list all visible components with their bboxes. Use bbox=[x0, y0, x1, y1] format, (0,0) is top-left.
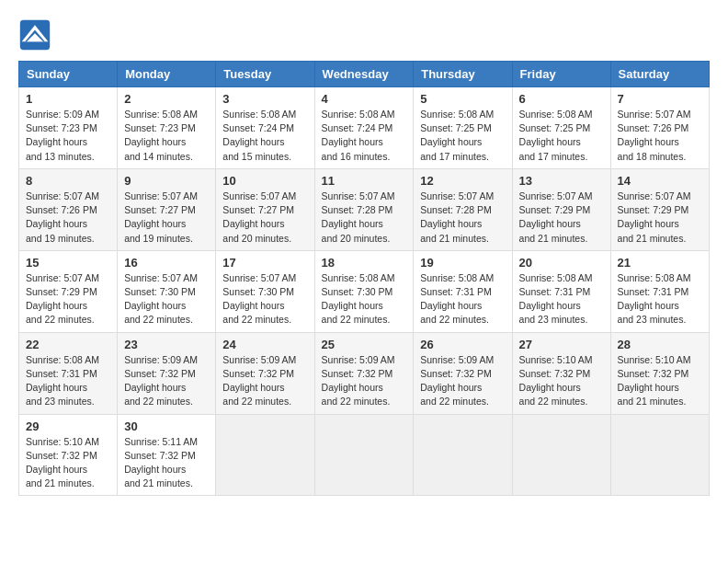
day-number: 10 bbox=[222, 174, 307, 188]
calendar-week-row: 15 Sunrise: 5:07 AM Sunset: 7:29 PM Dayl… bbox=[19, 250, 710, 332]
day-info: Sunrise: 5:09 AM Sunset: 7:32 PM Dayligh… bbox=[322, 353, 407, 409]
day-info: Sunrise: 5:08 AM Sunset: 7:23 PM Dayligh… bbox=[124, 108, 209, 164]
calendar-day-header: Monday bbox=[118, 62, 216, 87]
day-info: Sunrise: 5:11 AM Sunset: 7:32 PM Dayligh… bbox=[124, 435, 209, 491]
calendar-table: SundayMondayTuesdayWednesdayThursdayFrid… bbox=[18, 61, 710, 496]
calendar-cell: 13 Sunrise: 5:07 AM Sunset: 7:29 PM Dayl… bbox=[512, 168, 610, 250]
calendar-cell: 16 Sunrise: 5:07 AM Sunset: 7:30 PM Dayl… bbox=[118, 250, 216, 332]
day-info: Sunrise: 5:09 AM Sunset: 7:23 PM Dayligh… bbox=[26, 108, 110, 164]
calendar-cell: 12 Sunrise: 5:07 AM Sunset: 7:28 PM Dayl… bbox=[414, 168, 512, 250]
day-number: 28 bbox=[618, 338, 702, 351]
day-info: Sunrise: 5:07 AM Sunset: 7:30 PM Dayligh… bbox=[124, 271, 209, 327]
day-number: 24 bbox=[222, 338, 307, 351]
logo-icon bbox=[18, 18, 51, 52]
day-number: 21 bbox=[618, 256, 702, 270]
calendar-cell bbox=[610, 414, 709, 496]
day-info: Sunrise: 5:07 AM Sunset: 7:28 PM Dayligh… bbox=[420, 190, 505, 246]
calendar-cell bbox=[314, 414, 414, 496]
day-number: 18 bbox=[322, 256, 407, 270]
day-info: Sunrise: 5:07 AM Sunset: 7:29 PM Dayligh… bbox=[519, 190, 604, 246]
day-info: Sunrise: 5:09 AM Sunset: 7:32 PM Dayligh… bbox=[124, 353, 209, 409]
calendar-cell bbox=[414, 414, 512, 496]
calendar-cell: 27 Sunrise: 5:10 AM Sunset: 7:32 PM Dayl… bbox=[512, 332, 610, 414]
day-info: Sunrise: 5:07 AM Sunset: 7:27 PM Dayligh… bbox=[222, 190, 307, 246]
calendar-cell: 10 Sunrise: 5:07 AM Sunset: 7:27 PM Dayl… bbox=[216, 168, 314, 250]
day-info: Sunrise: 5:07 AM Sunset: 7:26 PM Dayligh… bbox=[618, 108, 702, 164]
day-info: Sunrise: 5:08 AM Sunset: 7:24 PM Dayligh… bbox=[322, 108, 407, 164]
calendar-header-row: SundayMondayTuesdayWednesdayThursdayFrid… bbox=[19, 62, 710, 87]
day-info: Sunrise: 5:08 AM Sunset: 7:25 PM Dayligh… bbox=[519, 108, 604, 164]
calendar-day-header: Friday bbox=[512, 62, 610, 87]
calendar-cell: 7 Sunrise: 5:07 AM Sunset: 7:26 PM Dayli… bbox=[610, 87, 709, 169]
day-number: 15 bbox=[26, 256, 110, 270]
day-number: 22 bbox=[26, 338, 110, 351]
calendar-cell: 4 Sunrise: 5:08 AM Sunset: 7:24 PM Dayli… bbox=[314, 87, 414, 169]
calendar-cell: 9 Sunrise: 5:07 AM Sunset: 7:27 PM Dayli… bbox=[118, 168, 216, 250]
day-number: 8 bbox=[26, 174, 110, 188]
day-info: Sunrise: 5:07 AM Sunset: 7:30 PM Dayligh… bbox=[222, 271, 307, 327]
calendar-cell: 28 Sunrise: 5:10 AM Sunset: 7:32 PM Dayl… bbox=[610, 332, 709, 414]
day-number: 7 bbox=[618, 92, 702, 106]
calendar-cell: 17 Sunrise: 5:07 AM Sunset: 7:30 PM Dayl… bbox=[216, 250, 314, 332]
day-number: 29 bbox=[26, 419, 110, 433]
day-number: 2 bbox=[124, 92, 209, 106]
calendar-cell: 20 Sunrise: 5:08 AM Sunset: 7:31 PM Dayl… bbox=[512, 250, 610, 332]
calendar-cell: 8 Sunrise: 5:07 AM Sunset: 7:26 PM Dayli… bbox=[19, 168, 118, 250]
day-info: Sunrise: 5:07 AM Sunset: 7:27 PM Dayligh… bbox=[124, 190, 209, 246]
calendar-cell: 21 Sunrise: 5:08 AM Sunset: 7:31 PM Dayl… bbox=[610, 250, 709, 332]
calendar-cell: 19 Sunrise: 5:08 AM Sunset: 7:31 PM Dayl… bbox=[414, 250, 512, 332]
calendar-cell: 14 Sunrise: 5:07 AM Sunset: 7:29 PM Dayl… bbox=[610, 168, 709, 250]
calendar-cell: 6 Sunrise: 5:08 AM Sunset: 7:25 PM Dayli… bbox=[512, 87, 610, 169]
day-info: Sunrise: 5:09 AM Sunset: 7:32 PM Dayligh… bbox=[222, 353, 307, 409]
day-number: 30 bbox=[124, 419, 209, 433]
logo bbox=[18, 18, 55, 52]
calendar-cell: 11 Sunrise: 5:07 AM Sunset: 7:28 PM Dayl… bbox=[314, 168, 414, 250]
day-info: Sunrise: 5:08 AM Sunset: 7:31 PM Dayligh… bbox=[618, 271, 702, 327]
day-number: 12 bbox=[420, 174, 505, 188]
calendar-cell: 18 Sunrise: 5:08 AM Sunset: 7:30 PM Dayl… bbox=[314, 250, 414, 332]
day-number: 20 bbox=[519, 256, 604, 270]
day-info: Sunrise: 5:10 AM Sunset: 7:32 PM Dayligh… bbox=[618, 353, 702, 409]
day-number: 13 bbox=[519, 174, 604, 188]
calendar-day-header: Sunday bbox=[19, 62, 118, 87]
day-number: 23 bbox=[124, 338, 209, 351]
day-number: 25 bbox=[322, 338, 407, 351]
calendar-cell: 25 Sunrise: 5:09 AM Sunset: 7:32 PM Dayl… bbox=[314, 332, 414, 414]
calendar-cell: 26 Sunrise: 5:09 AM Sunset: 7:32 PM Dayl… bbox=[414, 332, 512, 414]
day-info: Sunrise: 5:07 AM Sunset: 7:29 PM Dayligh… bbox=[26, 271, 110, 327]
day-number: 17 bbox=[222, 256, 307, 270]
day-info: Sunrise: 5:08 AM Sunset: 7:31 PM Dayligh… bbox=[26, 353, 110, 409]
calendar-cell: 29 Sunrise: 5:10 AM Sunset: 7:32 PM Dayl… bbox=[19, 414, 118, 496]
calendar-week-row: 8 Sunrise: 5:07 AM Sunset: 7:26 PM Dayli… bbox=[19, 168, 710, 250]
calendar-week-row: 22 Sunrise: 5:08 AM Sunset: 7:31 PM Dayl… bbox=[19, 332, 710, 414]
day-number: 9 bbox=[124, 174, 209, 188]
day-info: Sunrise: 5:08 AM Sunset: 7:24 PM Dayligh… bbox=[222, 108, 307, 164]
calendar-cell: 2 Sunrise: 5:08 AM Sunset: 7:23 PM Dayli… bbox=[118, 87, 216, 169]
day-number: 27 bbox=[519, 338, 604, 351]
day-info: Sunrise: 5:07 AM Sunset: 7:26 PM Dayligh… bbox=[26, 190, 110, 246]
calendar-cell: 24 Sunrise: 5:09 AM Sunset: 7:32 PM Dayl… bbox=[216, 332, 314, 414]
calendar-day-header: Tuesday bbox=[216, 62, 314, 87]
day-info: Sunrise: 5:10 AM Sunset: 7:32 PM Dayligh… bbox=[519, 353, 604, 409]
calendar-cell: 1 Sunrise: 5:09 AM Sunset: 7:23 PM Dayli… bbox=[19, 87, 118, 169]
calendar-cell: 30 Sunrise: 5:11 AM Sunset: 7:32 PM Dayl… bbox=[118, 414, 216, 496]
calendar-cell: 22 Sunrise: 5:08 AM Sunset: 7:31 PM Dayl… bbox=[19, 332, 118, 414]
day-number: 1 bbox=[26, 92, 110, 106]
calendar-cell bbox=[512, 414, 610, 496]
page-header bbox=[18, 18, 710, 52]
day-number: 3 bbox=[222, 92, 307, 106]
calendar-cell: 5 Sunrise: 5:08 AM Sunset: 7:25 PM Dayli… bbox=[414, 87, 512, 169]
calendar-cell: 15 Sunrise: 5:07 AM Sunset: 7:29 PM Dayl… bbox=[19, 250, 118, 332]
day-info: Sunrise: 5:09 AM Sunset: 7:32 PM Dayligh… bbox=[420, 353, 505, 409]
calendar-cell: 3 Sunrise: 5:08 AM Sunset: 7:24 PM Dayli… bbox=[216, 87, 314, 169]
calendar-day-header: Wednesday bbox=[314, 62, 414, 87]
day-number: 16 bbox=[124, 256, 209, 270]
day-number: 5 bbox=[420, 92, 505, 106]
day-info: Sunrise: 5:07 AM Sunset: 7:28 PM Dayligh… bbox=[322, 190, 407, 246]
day-info: Sunrise: 5:10 AM Sunset: 7:32 PM Dayligh… bbox=[26, 435, 110, 491]
day-number: 6 bbox=[519, 92, 604, 106]
day-number: 19 bbox=[420, 256, 505, 270]
calendar-cell bbox=[216, 414, 314, 496]
day-info: Sunrise: 5:08 AM Sunset: 7:31 PM Dayligh… bbox=[519, 271, 604, 327]
day-info: Sunrise: 5:08 AM Sunset: 7:30 PM Dayligh… bbox=[322, 271, 407, 327]
